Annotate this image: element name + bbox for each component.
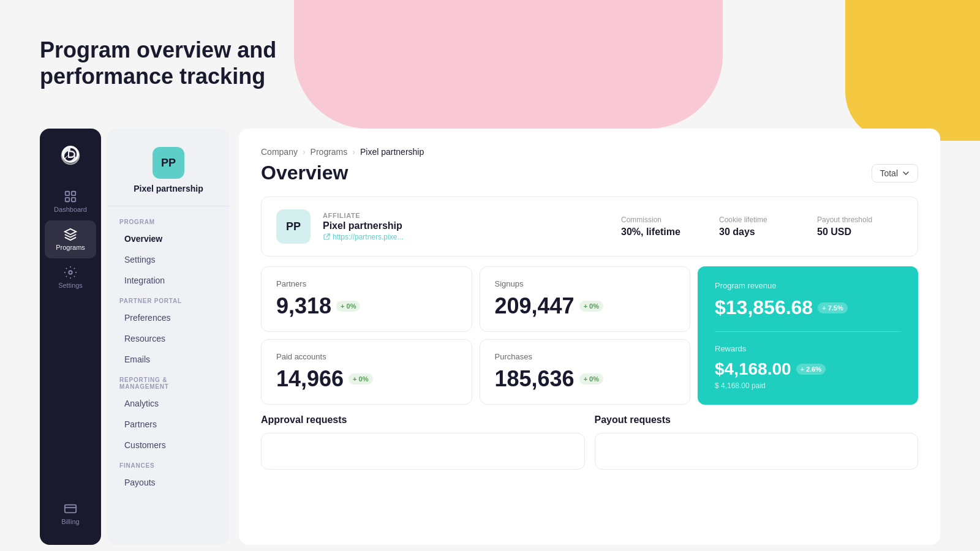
paid-accounts-badge: + 0%: [349, 373, 372, 384]
sidebar-item-programs[interactable]: Programs: [45, 220, 96, 258]
sidebar-dark: Dashboard Programs Settings Billing: [40, 129, 101, 545]
affiliate-link-text: https://partners.pixe...: [333, 233, 403, 241]
partners-value: 9,318: [276, 293, 331, 319]
approval-requests-title: Approval requests: [261, 414, 585, 425]
program-name: Pixel partnership: [134, 184, 203, 193]
revenue-badge: + 7.5%: [818, 302, 848, 313]
commission-label: Commission: [621, 216, 707, 224]
breadcrumb-programs[interactable]: Programs: [311, 147, 348, 157]
purchases-badge: + 0%: [579, 373, 603, 384]
rewards-paid: $ 4,168.00 paid: [715, 381, 901, 390]
svg-rect-1: [66, 192, 69, 195]
sidebar-menu-overview[interactable]: Overview: [112, 229, 225, 249]
partners-label: Partners: [276, 279, 457, 288]
purchases-value: 185,636: [495, 366, 575, 392]
affiliate-link[interactable]: https://partners.pixe...: [323, 233, 609, 241]
sidebar-billing-label: Billing: [61, 518, 79, 525]
sidebar-settings-label: Settings: [58, 282, 83, 289]
rewards-value: $4,168.00: [715, 359, 791, 379]
sidebar-section-label-reporting: REPORTING & MANAGEMENT: [107, 370, 230, 392]
affiliate-avatar: PP: [276, 209, 311, 244]
sidebar-section-program: PROGRAM Overview Settings Integration: [107, 212, 230, 290]
sidebar-section-finances: FINANCES Payouts: [107, 456, 230, 492]
stat-card-partners: Partners 9,318 + 0%: [261, 266, 472, 332]
affiliate-card: PP AFFILIATE Pixel partnership https://p…: [261, 197, 918, 257]
sidebar-light: PP Pixel partnership PROGRAM Overview Se…: [107, 129, 230, 545]
sidebar-section-label-portal: PARTNER PORTAL: [107, 291, 230, 307]
svg-rect-2: [72, 192, 75, 195]
affiliate-info: AFFILIATE Pixel partnership https://part…: [323, 212, 609, 241]
program-header: PP Pixel partnership: [107, 141, 230, 206]
sidebar-section-label-finances: FINANCES: [107, 456, 230, 471]
program-avatar: PP: [153, 147, 184, 179]
sidebar-item-settings[interactable]: Settings: [40, 258, 101, 296]
paid-accounts-value-row: 14,966 + 0%: [276, 366, 457, 392]
sidebar-menu-integration[interactable]: Integration: [112, 271, 225, 290]
bg-decoration-yellow: [845, 0, 980, 141]
affiliate-tag: AFFILIATE: [323, 212, 609, 219]
approval-requests-section: Approval requests: [261, 414, 585, 470]
partners-badge: + 0%: [336, 301, 360, 312]
bottom-grid: Approval requests Payout requests: [261, 414, 918, 470]
sidebar-menu-customers[interactable]: Customers: [112, 435, 225, 455]
page-title: Program overview and performance trackin…: [40, 37, 276, 89]
svg-rect-4: [72, 198, 75, 201]
cookie-value: 30 days: [719, 227, 805, 238]
commission-value: 30%, lifetime: [621, 227, 707, 238]
svg-rect-3: [66, 198, 69, 201]
sidebar-menu-resources[interactable]: Resources: [112, 329, 225, 348]
sidebar-section-portal: PARTNER PORTAL Preferences Resources Ema…: [107, 291, 230, 369]
payout-label: Payout threshold: [817, 216, 903, 224]
paid-accounts-value: 14,966: [276, 366, 344, 392]
rewards-value-row: $4,168.00 + 2.6%: [715, 359, 901, 379]
sidebar-menu-partners[interactable]: Partners: [112, 414, 225, 434]
stat-card-signups: Signups 209,447 + 0%: [480, 266, 691, 332]
payout-requests-title: Payout requests: [595, 414, 919, 425]
affiliate-cookie: Cookie lifetime 30 days: [719, 216, 805, 238]
affiliate-name: Pixel partnership: [323, 220, 609, 231]
sidebar-item-dashboard[interactable]: Dashboard: [40, 182, 101, 220]
breadcrumb-current: Pixel partnership: [360, 147, 424, 157]
svg-point-5: [69, 271, 72, 274]
sidebar-menu-payouts[interactable]: Payouts: [112, 473, 225, 492]
cookie-label: Cookie lifetime: [719, 216, 805, 224]
revenue-value-row: $13,856.68 + 7.5%: [715, 296, 901, 319]
content-title: Overview: [261, 162, 348, 184]
total-filter-dropdown[interactable]: Total: [872, 164, 918, 182]
sidebar-dashboard-label: Dashboard: [54, 206, 87, 213]
approval-requests-card: [261, 433, 585, 470]
partners-value-row: 9,318 + 0%: [276, 293, 457, 319]
stats-grid: Partners 9,318 + 0% Signups 209,447 + 0%…: [261, 266, 918, 405]
breadcrumb: Company › Programs › Pixel partnership: [261, 147, 918, 157]
payout-requests-section: Payout requests: [595, 414, 919, 470]
breadcrumb-sep-2: ›: [352, 147, 355, 157]
sidebar-menu-preferences[interactable]: Preferences: [112, 308, 225, 328]
stat-card-revenue: Program revenue $13,856.68 + 7.5% Reward…: [698, 266, 918, 405]
link-icon: [323, 233, 330, 241]
sidebar-section-reporting: REPORTING & MANAGEMENT Analytics Partner…: [107, 370, 230, 455]
sidebar-menu-emails[interactable]: Emails: [112, 350, 225, 369]
signups-value-row: 209,447 + 0%: [495, 293, 676, 319]
sidebar-item-billing[interactable]: Billing: [40, 495, 101, 533]
sidebar-section-label-program: PROGRAM: [107, 212, 230, 228]
payout-value: 50 USD: [817, 227, 903, 238]
content-header-row: Overview Total: [261, 162, 918, 184]
affiliate-commission: Commission 30%, lifetime: [621, 216, 707, 238]
sidebar-menu-analytics[interactable]: Analytics: [112, 394, 225, 413]
breadcrumb-company[interactable]: Company: [261, 147, 298, 157]
signups-label: Signups: [495, 279, 676, 288]
revenue-divider: [715, 331, 901, 332]
signups-badge: + 0%: [579, 301, 603, 312]
affiliate-payout: Payout threshold 50 USD: [817, 216, 903, 238]
paid-accounts-label: Paid accounts: [276, 352, 457, 361]
purchases-label: Purchases: [495, 352, 676, 361]
revenue-label: Program revenue: [715, 281, 901, 290]
app-logo[interactable]: [57, 141, 84, 168]
stat-card-paid-accounts: Paid accounts 14,966 + 0%: [261, 339, 472, 405]
breadcrumb-sep-1: ›: [303, 147, 306, 157]
purchases-value-row: 185,636 + 0%: [495, 366, 676, 392]
revenue-value: $13,856.68: [715, 296, 813, 319]
sidebar-menu-settings[interactable]: Settings: [112, 250, 225, 269]
page-header: Program overview and performance trackin…: [40, 37, 276, 89]
payout-requests-card: [595, 433, 919, 470]
